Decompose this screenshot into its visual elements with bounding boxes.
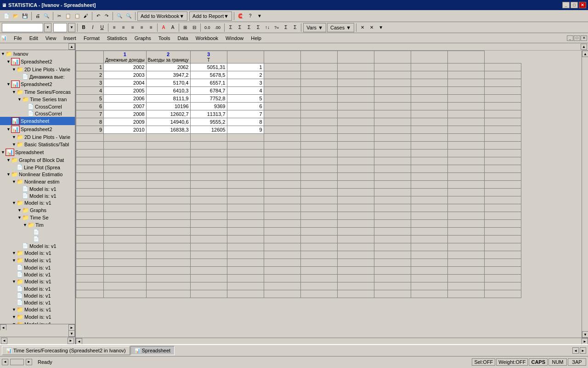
empty-data-20-7[interactable] bbox=[374, 220, 411, 228]
empty-cell-8-0[interactable] bbox=[264, 126, 300, 134]
empty-data-29-5[interactable] bbox=[300, 290, 337, 298]
empty-data-9-6[interactable] bbox=[337, 134, 374, 142]
empty-cell-2-6[interactable] bbox=[484, 79, 521, 87]
func3-btn[interactable]: Σ bbox=[254, 23, 262, 32]
empty-row-num-18[interactable] bbox=[76, 204, 104, 212]
sidebar-item-17[interactable]: ▼📁Nonlinear estim bbox=[0, 178, 75, 185]
empty-data-27-2[interactable] bbox=[190, 275, 227, 282]
sidebar-item-29[interactable]: 📄Model is: v1 bbox=[0, 264, 75, 271]
menu-edit[interactable]: Edit bbox=[26, 33, 42, 43]
cell-year-1[interactable]: 2003 bbox=[104, 71, 147, 79]
empty-data-22-8[interactable] bbox=[411, 236, 447, 243]
hscroll-left-btn[interactable]: ◄ bbox=[76, 338, 82, 344]
empty-data-23-1[interactable] bbox=[146, 243, 190, 251]
close-btn[interactable]: ✕ bbox=[579, 2, 586, 8]
empty-data-16-3[interactable] bbox=[227, 189, 264, 196]
sidebar-item-14[interactable]: ▼📁Graphs of Block Dat bbox=[0, 156, 75, 164]
empty-data-27-7[interactable] bbox=[374, 275, 411, 282]
sidebar-item-11[interactable]: ▼📁2D Line Plots - Varie bbox=[0, 133, 75, 141]
empty-data-26-0[interactable] bbox=[104, 267, 147, 275]
inner-min-btn[interactable]: _ bbox=[567, 35, 573, 41]
cell-year-0[interactable]: 2002 bbox=[104, 63, 147, 71]
status-arrow-left[interactable]: ◄ bbox=[2, 359, 8, 365]
empty-row-num-29[interactable] bbox=[76, 290, 104, 298]
empty-data-27-5[interactable] bbox=[300, 275, 337, 282]
menu-tools[interactable]: Tools bbox=[155, 33, 174, 43]
taskbar-right-btn[interactable]: ► bbox=[580, 347, 586, 354]
inner-close-btn[interactable]: ✕ bbox=[581, 35, 587, 41]
cell-v2-6[interactable]: 11313,7 bbox=[190, 110, 227, 118]
empty-data-29-2[interactable] bbox=[190, 290, 227, 298]
replace-btn[interactable]: 🔍 bbox=[124, 12, 133, 21]
empty-data-23-7[interactable] bbox=[374, 243, 411, 251]
empty-row-num-28[interactable] bbox=[76, 282, 104, 290]
empty-data-14-8[interactable] bbox=[411, 173, 447, 181]
empty-data-29-4[interactable] bbox=[264, 290, 300, 298]
empty-data-14-9[interactable] bbox=[447, 173, 484, 181]
empty-cell-5-4[interactable] bbox=[411, 103, 447, 110]
empty-data-22-0[interactable] bbox=[104, 236, 147, 243]
empty-data-26-5[interactable] bbox=[300, 267, 337, 275]
cell-v1-8[interactable]: 16838,3 bbox=[146, 126, 190, 134]
empty-data-17-4[interactable] bbox=[264, 196, 300, 204]
font-color-btn[interactable]: A bbox=[159, 23, 168, 32]
sidebar-item-1[interactable]: ▼📊Spreadsheet2 bbox=[0, 58, 75, 66]
empty-row-num-10[interactable] bbox=[76, 142, 104, 150]
empty-data-9-7[interactable] bbox=[374, 134, 411, 142]
sidebar-item-36[interactable]: ▼📁Model is: v1 bbox=[0, 313, 75, 321]
sidebar-item-37[interactable]: ▼📁Model is: v1 bbox=[0, 321, 75, 324]
cell-v2-4[interactable]: 7752,8 bbox=[190, 95, 227, 103]
empty-data-28-5[interactable] bbox=[300, 282, 337, 290]
empty-cell-5-0[interactable] bbox=[264, 103, 300, 110]
empty-cell-3-2[interactable] bbox=[337, 87, 374, 95]
empty-data-11-8[interactable] bbox=[411, 150, 447, 157]
empty-data-10-7[interactable] bbox=[374, 142, 411, 150]
empty-cell-7-1[interactable] bbox=[300, 118, 337, 126]
empty-data-14-3[interactable] bbox=[227, 173, 264, 181]
copy-btn[interactable]: 📋 bbox=[63, 12, 73, 21]
empty-data-11-9[interactable] bbox=[447, 150, 484, 157]
empty-data-10-5[interactable] bbox=[300, 142, 337, 150]
border2-btn[interactable]: ⊟ bbox=[190, 23, 198, 32]
add-to-workbook-btn[interactable]: Add to Workbook ▼ bbox=[137, 12, 187, 21]
empty-cell-3-3[interactable] bbox=[374, 87, 411, 95]
empty-cell-5-6[interactable] bbox=[484, 103, 521, 110]
empty-data-15-3[interactable] bbox=[227, 181, 264, 189]
empty-data-20-9[interactable] bbox=[447, 220, 484, 228]
empty-data-24-2[interactable] bbox=[190, 251, 227, 259]
empty-data-20-0[interactable] bbox=[104, 220, 147, 228]
empty-data-15-6[interactable] bbox=[337, 181, 374, 189]
sidebar-item-27[interactable]: ▼📁Model is: v1 bbox=[0, 249, 75, 257]
empty-data-17-3[interactable] bbox=[227, 196, 264, 204]
sidebar-item-5[interactable]: ▼📁Time Series/Forecas bbox=[0, 88, 75, 96]
empty-cell-3-6[interactable] bbox=[484, 87, 521, 95]
menu-insert[interactable]: Insert bbox=[60, 33, 80, 43]
empty-data-12-4[interactable] bbox=[264, 157, 300, 165]
empty-data-23-2[interactable] bbox=[190, 243, 227, 251]
empty-data-16-6[interactable] bbox=[337, 189, 374, 196]
cut-btn[interactable]: ✂ bbox=[55, 12, 63, 21]
align-justify-btn[interactable]: ≡ bbox=[138, 23, 146, 32]
empty-data-9-2[interactable] bbox=[190, 134, 227, 142]
empty-cell-2-5[interactable] bbox=[447, 79, 484, 87]
empty-data-9-4[interactable] bbox=[264, 134, 300, 142]
empty-data-12-1[interactable] bbox=[146, 157, 190, 165]
sidebar-item-35[interactable]: ▼📁Model is: v1 bbox=[0, 306, 75, 313]
empty-data-25-5[interactable] bbox=[300, 259, 337, 267]
menu-workbook[interactable]: Workbook bbox=[192, 33, 222, 43]
empty-data-14-10[interactable] bbox=[484, 173, 521, 181]
filter2-btn[interactable]: ✕ bbox=[368, 23, 376, 32]
empty-data-28-10[interactable] bbox=[484, 282, 521, 290]
sidebar-item-20[interactable]: ▼📁Model is: v1 bbox=[0, 199, 75, 207]
empty-data-28-8[interactable] bbox=[411, 282, 447, 290]
empty-cell-7-5[interactable] bbox=[447, 118, 484, 126]
empty-cell-6-3[interactable] bbox=[374, 110, 411, 118]
empty-data-15-2[interactable] bbox=[190, 181, 227, 189]
empty-data-15-1[interactable] bbox=[146, 181, 190, 189]
stats-btn[interactable]: Σ bbox=[282, 23, 290, 32]
empty-cell-6-5[interactable] bbox=[447, 110, 484, 118]
empty-cell-1-0[interactable] bbox=[264, 71, 300, 79]
empty-row-num-26[interactable] bbox=[76, 267, 104, 275]
new-btn[interactable]: 📄 bbox=[2, 12, 11, 21]
empty-data-14-4[interactable] bbox=[264, 173, 300, 181]
